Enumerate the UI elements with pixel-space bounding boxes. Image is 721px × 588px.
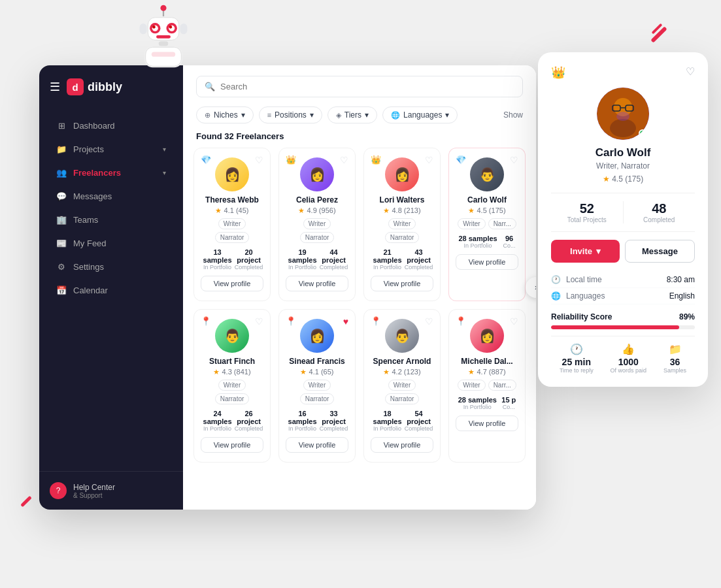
- avatar: 👨: [385, 319, 419, 353]
- favorite-heart-icon[interactable]: ♥: [343, 316, 348, 327]
- view-profile-button[interactable]: View profile: [371, 276, 433, 291]
- local-time-value: 8:30 am: [667, 275, 695, 284]
- languages-filter-button[interactable]: 🌐 Languages ▾: [382, 106, 458, 123]
- profile-title: Writer, Narrator: [551, 161, 695, 171]
- samples-value: 16 samples: [286, 410, 319, 425]
- sidebar-item-dashboard[interactable]: ⊞ Dashboard: [44, 114, 178, 137]
- sidebar-item-settings[interactable]: ⚙ Settings: [44, 255, 178, 278]
- favorite-heart-icon[interactable]: ♡: [510, 316, 518, 327]
- freelancer-tags: Writer Narrator: [286, 380, 348, 404]
- freelancer-stats: 19 samples In Portfolio 44 project Compl…: [286, 248, 348, 270]
- hamburger-icon[interactable]: ☰: [50, 80, 60, 94]
- languages-label: Languages: [566, 291, 605, 301]
- avatar-wrapper: 👩: [300, 157, 334, 191]
- freelancer-card-lori[interactable]: 👑 ♡ 👩 Lori Walters ★ 4.8 (213) Writer Na…: [363, 148, 441, 301]
- favorite-heart-icon[interactable]: ♡: [510, 155, 518, 165]
- rating-value: 4.9: [307, 206, 317, 214]
- sidebar-item-teams[interactable]: 🏢 Teams: [44, 208, 178, 231]
- help-subtitle: & Support: [73, 492, 115, 499]
- view-profile-button[interactable]: View profile: [286, 437, 348, 453]
- view-profile-button[interactable]: View profile: [201, 437, 263, 453]
- sidebar-item-messages[interactable]: 💬 Messages: [44, 185, 178, 208]
- freelancer-card-michelle[interactable]: 📍 ♡ 👩 Michelle Dal... ★ 4.7 (887) Writer…: [448, 309, 526, 463]
- robot-mascot: [131, 3, 196, 69]
- projects-label: Completed: [234, 425, 263, 432]
- sidebar-item-projects[interactable]: 📁 Projects ▾: [44, 138, 178, 161]
- projects-stat: 15 p Co...: [501, 396, 516, 410]
- chevron-down-icon: ▾: [596, 246, 601, 256]
- reviews-count: 841: [237, 368, 248, 376]
- heart-favorite-icon[interactable]: ♡: [686, 65, 695, 78]
- message-button[interactable]: Message: [625, 240, 695, 263]
- chevron-down-icon: ▾: [163, 146, 166, 153]
- freelancer-name: Stuart Finch: [201, 357, 263, 366]
- view-profile-button[interactable]: View profile: [286, 276, 348, 291]
- sidebar-item-calendar[interactable]: 📅 Calendar: [44, 279, 178, 302]
- samples-stat: 18 samples In Portfolio: [371, 410, 404, 432]
- tag-narrator: Narr...: [488, 380, 516, 391]
- niches-filter-button[interactable]: ⊕ Niches ▾: [196, 106, 254, 123]
- freelancer-card-spencer[interactable]: 📍 ♡ 👨 Spencer Arnold ★ 4.2 (123) Writer …: [363, 309, 441, 463]
- reliability-bar-fill: [551, 325, 679, 329]
- invite-button[interactable]: Invite ▾: [551, 240, 620, 263]
- settings-icon: ⚙: [56, 262, 67, 272]
- freelancer-tags: Writer Narrator: [286, 218, 348, 243]
- avatar: 👩: [470, 319, 504, 353]
- sidebar-item-myfeed[interactable]: 📰 My Feed: [44, 232, 178, 255]
- logo-text: dibbly: [88, 80, 122, 94]
- favorite-heart-icon[interactable]: ♡: [425, 316, 433, 327]
- freelancer-card-stuart[interactable]: 📍 ♡ 👨 Stuart Finch ★ 4.3 (841) Writer Na…: [193, 309, 271, 463]
- avatar: 👩: [215, 157, 249, 191]
- reliability-label: Reliability Score: [551, 312, 612, 321]
- favorite-heart-icon[interactable]: ♡: [255, 316, 263, 327]
- crown-badge-icon: 👑: [371, 155, 381, 165]
- sidebar-item-label: Projects: [73, 144, 156, 154]
- rating-value: 4.1: [309, 368, 319, 376]
- sidebar-item-label: Teams: [73, 215, 166, 225]
- help-center-link[interactable]: ? Help Center & Support: [50, 482, 173, 499]
- favorite-heart-icon[interactable]: ♡: [255, 155, 263, 165]
- freelancer-card-sinead[interactable]: 📍 ♥ 👩 Sinead Francis ★ 4.1 (65) Writer N…: [278, 309, 356, 463]
- freelancer-name: Theresa Webb: [201, 195, 263, 204]
- online-status-dot: [639, 129, 646, 137]
- tag-narrator: Narrator: [215, 393, 250, 404]
- profile-panel: 👑 ♡ Carlo Wolf Writer, Narrator ★ 4.5 (1…: [538, 52, 708, 387]
- avatar: 👩: [385, 157, 419, 191]
- sidebar-item-freelancers[interactable]: 👥 Freelancers ▾: [44, 161, 178, 184]
- logo: d dibbly: [67, 78, 122, 95]
- search-input[interactable]: [220, 82, 514, 91]
- freelancer-rating: ★ 4.8 (213): [371, 206, 433, 215]
- view-profile-button[interactable]: View profile: [201, 276, 263, 291]
- rating-value: 4.2: [392, 368, 402, 376]
- completed-value: 48: [624, 201, 696, 216]
- languages-row: 🌐 Languages English: [551, 288, 695, 304]
- tag-writer: Writer: [388, 218, 416, 229]
- total-projects-stat: 52 Total Projects: [551, 201, 624, 223]
- projects-value: 20 project: [234, 248, 263, 264]
- profile-reviews-count: 175: [628, 174, 641, 184]
- sidebar: ☰ d dibbly ⊞ Dashboard 📁 Projects ▾ 👥 Fr…: [39, 65, 183, 510]
- sidebar-item-label: My Feed: [73, 238, 166, 248]
- tag-writer: Writer: [458, 218, 485, 229]
- view-profile-button[interactable]: View profile: [371, 437, 433, 453]
- favorite-heart-icon[interactable]: ♡: [425, 155, 433, 165]
- freelancer-card-celia[interactable]: 👑 ♡ 👩 Celia Perez ★ 4.9 (956) Writer Nar…: [278, 148, 356, 301]
- positions-filter-button[interactable]: ≡ Positions ▾: [259, 106, 322, 123]
- diamond-badge-icon: 💎: [201, 155, 211, 165]
- projects-label: Completed: [319, 264, 348, 270]
- freelancer-card-carlo[interactable]: 💎 ♡ 👨 Carlo Wolf ★ 4.5 (175) Writer Narr…: [448, 148, 526, 301]
- projects-stat: 26 project Completed: [234, 410, 263, 432]
- tiers-filter-button[interactable]: ◈ Tiers ▾: [327, 106, 377, 123]
- svg-point-8: [152, 25, 156, 29]
- tiers-label: Tiers: [344, 110, 361, 120]
- pin-badge-icon: 📍: [456, 316, 466, 326]
- view-profile-button[interactable]: View profile: [456, 416, 518, 431]
- favorite-heart-icon[interactable]: ♡: [340, 155, 348, 165]
- completed-stat: 48 Completed: [624, 201, 696, 223]
- samples-label-panel: Samples: [663, 367, 686, 374]
- freelancer-rating: ★ 4.7 (887): [456, 368, 518, 376]
- svg-rect-10: [156, 35, 171, 39]
- freelancer-card-theresa[interactable]: 💎 ♡ 👩 Theresa Webb ★ 4.1 (45) Writer Nar…: [193, 148, 271, 301]
- view-profile-button[interactable]: View profile: [456, 254, 518, 270]
- freelancer-stats: 28 samples In Portfolio 15 p Co...: [456, 396, 518, 410]
